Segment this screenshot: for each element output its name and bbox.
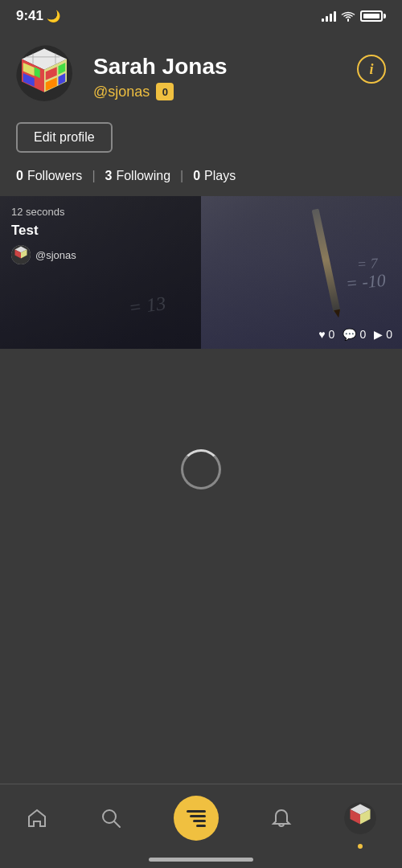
plays-count: 0 bbox=[386, 328, 392, 341]
profile-active-dot bbox=[358, 844, 363, 849]
followers-label: Followers bbox=[27, 169, 82, 183]
profile-handle-row: @sjonas 0 bbox=[93, 83, 228, 100]
following-label: Following bbox=[116, 169, 170, 183]
badge: 0 bbox=[156, 83, 174, 100]
wifi-icon bbox=[341, 10, 355, 22]
nav-notifications[interactable] bbox=[262, 804, 301, 833]
following-stat[interactable]: 3 Following bbox=[105, 169, 171, 183]
loading-spinner bbox=[181, 449, 221, 489]
search-icon bbox=[100, 807, 122, 829]
video-card[interactable]: = 13 = -10 = 7 12 seconds Test @sjonas bbox=[0, 196, 402, 349]
nav-search[interactable] bbox=[92, 804, 130, 833]
comments-count: 0 bbox=[359, 328, 366, 341]
status-bar: 9:41 🌙 bbox=[0, 0, 402, 29]
comment-icon: 💬 bbox=[343, 328, 356, 341]
heart-icon: ♥ bbox=[318, 328, 325, 341]
following-count: 3 bbox=[105, 169, 113, 183]
nav-profile-avatar bbox=[344, 802, 376, 834]
math-text-2: = -10 bbox=[345, 270, 387, 294]
video-duration: 12 seconds bbox=[11, 206, 190, 218]
loading-area bbox=[0, 349, 402, 590]
status-icons bbox=[322, 10, 386, 22]
followers-count: 0 bbox=[16, 169, 23, 183]
play-icon: ▶ bbox=[374, 328, 383, 341]
nav-home[interactable] bbox=[18, 804, 56, 833]
home-icon bbox=[26, 807, 48, 829]
plays-stat[interactable]: 0 Plays bbox=[193, 169, 236, 183]
pen-tip bbox=[334, 309, 342, 318]
stats-row: 0 Followers | 3 Following | 0 Plays bbox=[0, 169, 402, 196]
math-text-3: = 7 bbox=[357, 255, 379, 272]
video-author-row: @sjonas bbox=[11, 245, 190, 264]
profile-header: Sarah Jonas @sjonas 0 bbox=[16, 45, 386, 109]
profile-section: Sarah Jonas @sjonas 0 Edit profile bbox=[0, 29, 402, 169]
bottom-nav bbox=[0, 784, 402, 868]
edit-profile-button[interactable]: Edit profile bbox=[16, 122, 113, 153]
profile-info: Sarah Jonas @sjonas 0 bbox=[93, 54, 228, 100]
video-author-avatar bbox=[11, 245, 31, 264]
moon-icon: 🌙 bbox=[47, 10, 60, 23]
video-overlay: 12 seconds Test @sjonas bbox=[0, 196, 201, 349]
video-plays: ▶ 0 bbox=[374, 328, 392, 341]
video-comments: 💬 0 bbox=[343, 328, 366, 341]
status-time: 9:41 bbox=[16, 8, 43, 24]
create-active-bg bbox=[174, 796, 219, 841]
profile-name: Sarah Jonas bbox=[93, 54, 228, 80]
video-title: Test bbox=[11, 223, 190, 239]
stat-divider-1: | bbox=[92, 169, 95, 183]
stat-divider-2: | bbox=[180, 169, 183, 183]
battery-icon bbox=[360, 10, 386, 22]
bell-icon bbox=[270, 807, 293, 829]
signal-icon bbox=[322, 10, 336, 22]
profile-handle: @sjonas bbox=[93, 84, 150, 100]
home-bar-indicator bbox=[149, 858, 253, 862]
create-icon bbox=[187, 810, 206, 827]
info-icon: i bbox=[369, 61, 373, 78]
video-likes: ♥ 0 bbox=[318, 328, 334, 341]
info-button[interactable]: i bbox=[357, 55, 386, 84]
plays-label: Plays bbox=[204, 169, 236, 183]
svg-line-21 bbox=[114, 821, 120, 827]
followers-stat[interactable]: 0 Followers bbox=[16, 169, 82, 183]
video-stats-row: ♥ 0 💬 0 ▶ 0 bbox=[318, 328, 392, 341]
nav-profile[interactable] bbox=[336, 799, 384, 837]
nav-create[interactable] bbox=[166, 792, 227, 844]
video-author-name: @sjonas bbox=[35, 249, 76, 261]
avatar-image bbox=[16, 45, 72, 101]
likes-count: 0 bbox=[329, 328, 335, 341]
plays-count: 0 bbox=[193, 169, 200, 183]
avatar bbox=[16, 45, 80, 109]
